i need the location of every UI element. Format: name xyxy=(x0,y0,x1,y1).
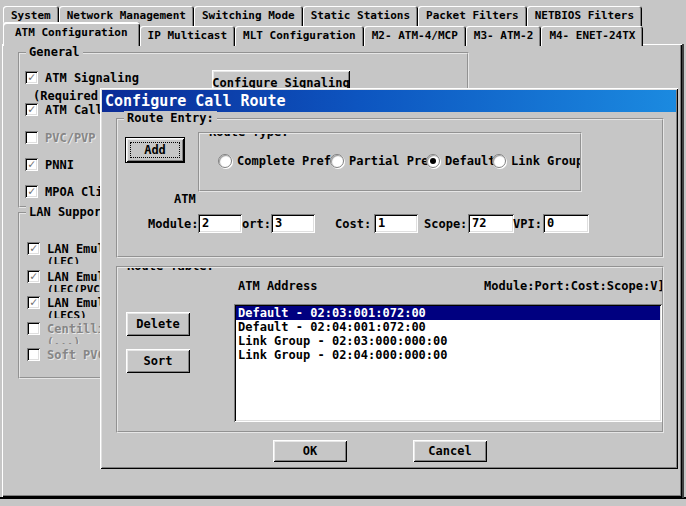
tab-m2-atm-4-mcp[interactable]: M2- ATM-4/MCP xyxy=(364,26,466,46)
checkmark-icon: ✓ xyxy=(28,103,35,115)
route-row[interactable]: Link Group - 02:03:000:000:00 xyxy=(236,334,660,348)
mpoa-client-checkbox[interactable]: ✓ xyxy=(25,185,38,198)
radio-link-group[interactable]: Link Group xyxy=(492,154,582,168)
lan-support-legend: LAN Support xyxy=(26,205,111,219)
application-window: System Network Management Switching Mode… xyxy=(0,0,686,506)
tab-mlt-configuration[interactable]: MLT Configuration xyxy=(235,26,364,46)
atm-address-column-header: ATM Address xyxy=(238,279,317,293)
atm-signaling-label: ATM Signaling xyxy=(45,71,139,85)
cancel-button[interactable]: Cancel xyxy=(413,440,487,462)
dialog-titlebar[interactable]: Configure Call Route xyxy=(102,90,676,112)
pnni-label: PNNI xyxy=(45,158,74,172)
tab-m3-atm-2[interactable]: M3- ATM-2 xyxy=(466,26,542,46)
route-entry-legend: Route Entry: xyxy=(124,111,217,125)
route-table-legend: Route Table: xyxy=(124,266,217,273)
lan-emulation-lecs-sub: (LECS) xyxy=(47,309,87,318)
module-input[interactable]: 2 xyxy=(198,214,242,233)
route-table-list[interactable]: Default - 02:03:001:072:00 Default - 02:… xyxy=(234,304,662,422)
lan-emulation-lec-checkbox[interactable]: ✓ xyxy=(27,242,40,255)
centillion-sub: (...) xyxy=(47,335,80,344)
pnni-checkbox[interactable]: ✓ xyxy=(25,158,38,171)
port-input[interactable]: 3 xyxy=(271,214,315,233)
checkmark-icon: ✓ xyxy=(28,158,35,170)
route-type-legend: Route Type: xyxy=(206,132,291,139)
vpi-input[interactable]: 0 xyxy=(543,214,589,233)
delete-button[interactable]: Delete xyxy=(126,312,190,336)
window-right-edge xyxy=(682,44,684,498)
radio-dot-icon xyxy=(430,158,436,164)
checkmark-icon: ✓ xyxy=(30,242,37,254)
module-field-label: Module: xyxy=(148,217,199,231)
atm-call-checkbox[interactable]: ✓ xyxy=(25,103,38,116)
tab-ip-multicast[interactable]: IP Multicast xyxy=(140,26,235,46)
general-group-legend: General xyxy=(26,45,83,59)
window-bottom-edge xyxy=(0,497,686,499)
default-label: Default xyxy=(445,154,496,168)
route-row[interactable]: Default - 02:04:001:072:00 xyxy=(236,320,660,334)
cost-input[interactable]: 1 xyxy=(374,214,418,233)
checkmark-icon: ✓ xyxy=(30,270,37,282)
tab-atm-configuration[interactable]: ATM Configuration xyxy=(3,22,140,46)
route-row[interactable]: Default - 02:03:001:072:00 xyxy=(236,306,660,320)
pvc-pvp-label: PVC/PVP xyxy=(45,131,96,145)
delete-button-label: Delete xyxy=(136,317,179,331)
add-button[interactable]: Add xyxy=(126,138,184,162)
radio-default[interactable]: Default xyxy=(426,154,498,168)
scope-input[interactable]: 72 xyxy=(468,214,514,233)
route-entry-groupbox: Route Entry: Add Route Type: Complete Pr… xyxy=(116,118,664,258)
checkmark-icon: ✓ xyxy=(28,185,35,197)
checkmark-icon: ✓ xyxy=(28,71,35,83)
cost-field-label: Cost: xyxy=(335,217,371,231)
lan-emulation-lec-sub: (LEC) xyxy=(47,255,80,264)
pvc-pvp-checkbox[interactable] xyxy=(25,131,38,144)
radio-partial-pref[interactable]: Partial Pre xyxy=(330,154,428,168)
link-group-label: Link Group xyxy=(511,154,582,168)
lan-emulation-lec-pvc-checkbox[interactable]: ✓ xyxy=(27,270,40,283)
vpi-field-label: VPI: xyxy=(513,217,542,231)
tab-row-2: ATM Configuration IP Multicast MLT Confi… xyxy=(3,22,643,46)
atm-signaling-checkbox[interactable]: ✓ xyxy=(25,71,38,84)
ok-button-label: OK xyxy=(303,444,317,458)
radio-complete-pref[interactable]: Complete Pref xyxy=(218,154,328,168)
cancel-button-label: Cancel xyxy=(428,444,471,458)
lan-emulation-lec-pvc-sub: (LEC(PVC) xyxy=(47,283,107,292)
add-button-focus-rect xyxy=(130,142,180,158)
lan-emulation-lecs-checkbox[interactable]: ✓ xyxy=(27,296,40,309)
soft-pvc-checkbox[interactable] xyxy=(27,348,40,361)
tab-m4-enet-24tx[interactable]: M4- ENET-24TX xyxy=(541,26,643,46)
dialog-title: Configure Call Route xyxy=(105,92,286,110)
complete-pref-radio[interactable] xyxy=(218,154,232,168)
route-table-groupbox: Route Table: ATM Address Module:Port:Cos… xyxy=(116,266,664,433)
atm-section-label: ATM xyxy=(174,192,196,206)
complete-pref-label: Complete Pref xyxy=(237,154,331,168)
sort-button[interactable]: Sort xyxy=(126,349,190,373)
centillion-checkbox[interactable] xyxy=(27,322,40,335)
port-field-label: ort: xyxy=(242,217,271,231)
configure-call-route-dialog: Configure Call Route Route Entry: Add Ro… xyxy=(100,88,678,469)
checkmark-icon: ✓ xyxy=(30,296,37,308)
soft-pvc-label: Soft PVC xyxy=(47,348,105,362)
default-radio[interactable] xyxy=(426,154,440,168)
sort-button-label: Sort xyxy=(144,354,173,368)
ok-button[interactable]: OK xyxy=(273,440,347,462)
route-type-groupbox: Route Type: Complete Pref Partial Pre De… xyxy=(198,132,582,192)
module-detail-column-header: Module:Port:Cost:Scope:V] xyxy=(484,279,664,293)
partial-pref-radio[interactable] xyxy=(330,154,344,168)
scope-field-label: Scope: xyxy=(424,217,467,231)
partial-pref-label: Partial Pre xyxy=(349,154,428,168)
link-group-radio[interactable] xyxy=(492,154,506,168)
route-row[interactable]: Link Group - 02:04:000:000:00 xyxy=(236,348,660,362)
